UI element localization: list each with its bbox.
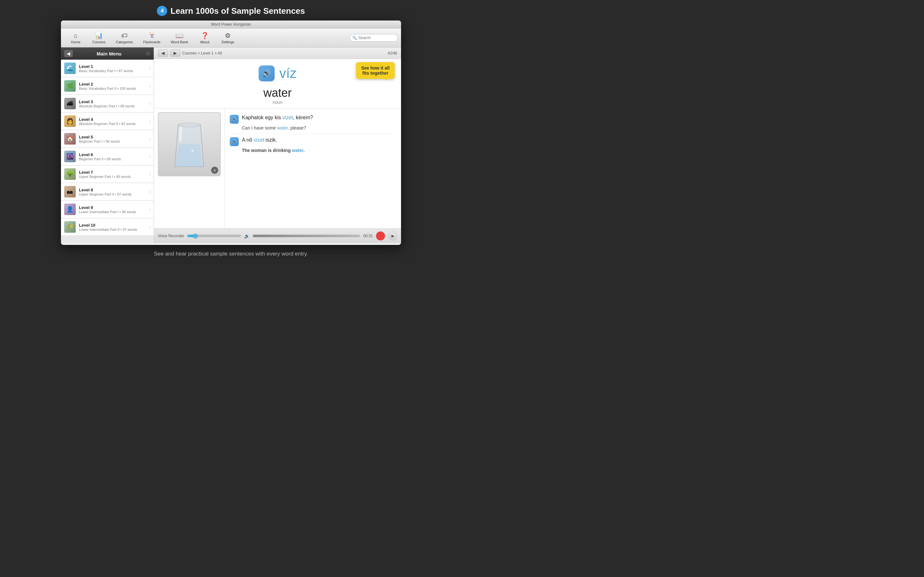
toolbar-flashcards[interactable]: 🃏 Flashcards xyxy=(138,31,166,45)
toolbar-settings-label: Settings xyxy=(221,40,234,44)
sentences-list: 🔊 Kaphatok egy kis vizet, kérem? Can I h… xyxy=(225,108,401,229)
level-7-thumbnail: 🌳 xyxy=(64,168,76,180)
level-4-name: Level 4 xyxy=(79,117,145,122)
sentence-item-1: 🔊 Kaphatok egy kis vizet, kérem? Can I h… xyxy=(230,111,396,134)
about-icon: ❓ xyxy=(201,32,209,39)
settings-icon: ⚙ xyxy=(225,32,231,39)
level-item-6[interactable]: 🌆 Level 6 Beginner Part II • 99 words › xyxy=(61,148,153,165)
level-item-1[interactable]: 🌊 Level 1 Basic Vocabulary Part I • 87 w… xyxy=(61,60,153,77)
level-6-thumbnail: 🌆 xyxy=(64,151,76,162)
level-item-7[interactable]: 🌳 Level 7 Upper Beginner Part I • 90 wor… xyxy=(61,165,153,183)
level-9-thumbnail: 👤 xyxy=(64,203,76,215)
sentence-item-2: 🔊 A nő vizet iszik. The woman is drinkin… xyxy=(230,134,396,156)
image-frame: + xyxy=(158,112,221,176)
toolbar-wordbank-label: Word Bank xyxy=(171,40,188,44)
hungarian-word: víz xyxy=(279,66,297,81)
recorder-record-button[interactable] xyxy=(376,231,385,240)
level-5-sub: Beginner Part I • 96 words xyxy=(79,139,145,143)
sidebar-star-icon[interactable]: ☆ xyxy=(145,50,150,57)
level-8-info: Level 8 Upper Beginner Part II • 97 word… xyxy=(79,187,145,196)
image-expand-button[interactable]: + xyxy=(211,167,218,174)
sentence-2-highlight-hu: vizet xyxy=(254,137,264,143)
word-audio-button[interactable]: 🔊 xyxy=(258,65,275,81)
voice-recorder: Voice Recorder 🔉 00:31 ▶ xyxy=(154,229,401,243)
sentence-1-audio-button[interactable]: 🔊 xyxy=(230,115,239,124)
sentence-1-speaker-icon: 🔊 xyxy=(232,117,237,122)
level-2-thumbnail: 🌿 xyxy=(64,80,76,92)
level-item-3[interactable]: 🏙 Level 3 Absolute Beginner Part I • 89 … xyxy=(61,95,153,113)
level-3-info: Level 3 Absolute Beginner Part I • 89 wo… xyxy=(79,99,145,108)
top-header: 4 Learn 1000s of Sample Sentences xyxy=(0,0,462,21)
level-9-sub: Lower Intermediate Part I • 98 words xyxy=(79,210,145,214)
level-item-2[interactable]: 🌿 Level 2 Basic Vocabulary Part II • 100… xyxy=(61,77,153,95)
level-4-chevron: › xyxy=(149,119,150,124)
level-2-chevron: › xyxy=(149,83,150,89)
level-item-4[interactable]: 👩 Level 4 Absolute Beginner Part II • 82… xyxy=(61,113,153,130)
sentence-1-highlight-en: water xyxy=(277,125,288,131)
level-5-name: Level 5 xyxy=(79,135,145,139)
sidebar-header: ◀ Main Menu ☆ xyxy=(61,47,153,60)
level-7-sub: Upper Beginner Part I • 90 words xyxy=(79,175,145,179)
level-9-info: Level 9 Lower Intermediate Part I • 98 w… xyxy=(79,205,145,214)
recorder-play-button[interactable]: ▶ xyxy=(388,231,397,240)
level-6-name: Level 6 xyxy=(79,152,145,157)
nav-prev-button[interactable]: ◀ xyxy=(158,49,168,57)
waveform-display xyxy=(253,235,360,237)
level-10-thumbnail: 🌾 xyxy=(64,221,76,233)
nav-controls: ◀ ▶ Courses > Level 1 > All xyxy=(158,49,222,57)
progress-knob[interactable] xyxy=(193,234,198,238)
sidebar-back-button[interactable]: ◀ xyxy=(64,50,73,57)
level-5-thumbnail: 🏠 xyxy=(64,133,76,145)
sentence-2-text-hu: A nő vizet iszik. xyxy=(242,137,277,143)
level-7-chevron: › xyxy=(149,171,150,177)
level-4-thumbnail: 👩 xyxy=(64,115,76,127)
sentence-1-text-en: Can I have some water, please? xyxy=(230,125,396,131)
level-2-info: Level 2 Basic Vocabulary Part II • 100 w… xyxy=(79,82,145,90)
categories-icon: 🏷 xyxy=(121,32,128,39)
level-3-name: Level 3 xyxy=(79,99,145,104)
search-wrapper: 🔍 xyxy=(350,34,398,42)
toolbar-home-label: Home xyxy=(71,40,80,44)
sidebar-level-list: 🌊 Level 1 Basic Vocabulary Part I • 87 w… xyxy=(61,60,153,243)
level-9-name: Level 9 xyxy=(79,205,145,210)
level-item-5[interactable]: 🏠 Level 5 Beginner Part I • 96 words › xyxy=(61,130,153,148)
level-item-9[interactable]: 👤 Level 9 Lower Intermediate Part I • 98… xyxy=(61,201,153,218)
progress-bar[interactable] xyxy=(187,235,241,237)
level-10-name: Level 10 xyxy=(79,223,145,227)
sentence-2-hungarian: 🔊 A nő vizet iszik. xyxy=(230,137,396,146)
wordbank-icon: 📖 xyxy=(176,32,184,39)
sentence-2-highlight-en: water xyxy=(292,148,304,153)
sentence-2-text-en: The woman is drinking water. xyxy=(230,148,396,153)
toolbar-home[interactable]: ⌂ Home xyxy=(64,31,87,45)
waveform-icon: 🔉 xyxy=(244,234,250,239)
level-2-sub: Basic Vocabulary Part II • 100 words xyxy=(79,87,145,90)
level-item-8[interactable]: 🏘 Level 8 Upper Beginner Part II • 97 wo… xyxy=(61,183,153,201)
level-10-sub: Lower Intermediate Part II • 97 words xyxy=(79,227,145,231)
sentences-section: + 🔊 Kaphatok egy kis vizet, kérem? xyxy=(154,108,401,229)
english-word: water xyxy=(263,86,292,100)
sentence-2-audio-button[interactable]: 🔊 xyxy=(230,137,239,146)
toolbar-wordbank[interactable]: 📖 Word Bank xyxy=(166,31,193,45)
toolbar-settings[interactable]: ⚙ Settings xyxy=(216,31,239,45)
level-3-sub: Absolute Beginner Part I • 89 words xyxy=(79,104,145,108)
sentence-1-hungarian: 🔊 Kaphatok egy kis vizet, kérem? xyxy=(230,115,396,124)
level-9-chevron: › xyxy=(149,207,150,212)
level-6-chevron: › xyxy=(149,154,150,159)
word-type: noun xyxy=(272,100,282,105)
toolbar-categories[interactable]: 🏷 Categories xyxy=(111,31,138,45)
nav-next-button[interactable]: ▶ xyxy=(170,49,180,57)
toolbar-about-label: About xyxy=(200,40,210,44)
level-4-info: Level 4 Absolute Beginner Part II • 82 w… xyxy=(79,117,145,126)
level-item-10[interactable]: 🌾 Level 10 Lower Intermediate Part II • … xyxy=(61,218,153,236)
level-8-name: Level 8 xyxy=(79,187,145,192)
tooltip-bubble: See how it all fits together xyxy=(356,62,395,79)
toolbar-courses[interactable]: 📊 Courses xyxy=(87,31,111,45)
recorder-time: 00:31 xyxy=(363,234,373,238)
level-8-sub: Upper Beginner Part II • 97 words xyxy=(79,192,145,196)
level-1-chevron: › xyxy=(149,66,150,71)
level-1-info: Level 1 Basic Vocabulary Part I • 87 wor… xyxy=(79,64,145,73)
toolbar-about[interactable]: ❓ About xyxy=(193,31,216,45)
level-8-chevron: › xyxy=(149,189,150,194)
level-5-info: Level 5 Beginner Part I • 96 words xyxy=(79,135,145,143)
flashcards-icon: 🃏 xyxy=(148,32,156,39)
